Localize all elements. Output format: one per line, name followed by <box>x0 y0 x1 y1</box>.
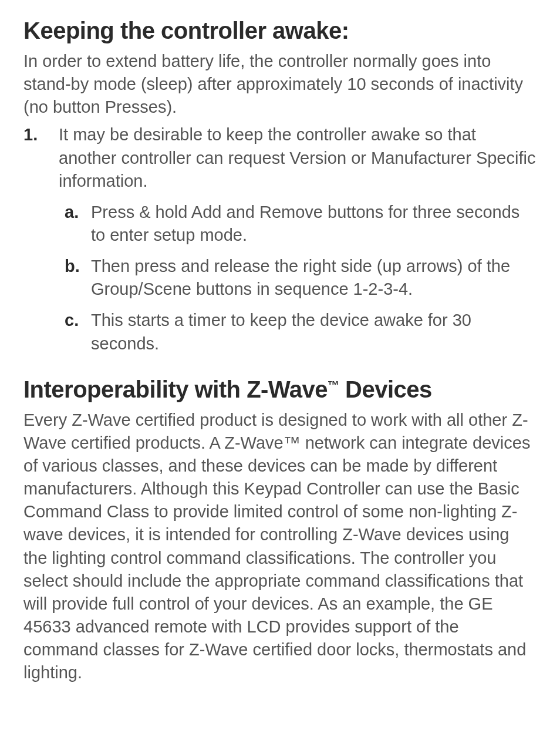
section2-heading-pre: Interoperability with Z-Wave <box>23 376 328 402</box>
section2-body: Every Z-Wave certified product is design… <box>23 409 537 685</box>
section1-main-list: It may be desirable to keep the controll… <box>23 123 537 355</box>
trademark-symbol: ™ <box>328 378 339 391</box>
section1-item1-text: It may be desirable to keep the controll… <box>59 125 535 190</box>
section1-sub-list: Press & hold Add and Remove buttons for … <box>59 201 537 355</box>
section1-item1: It may be desirable to keep the controll… <box>23 123 537 355</box>
section2-heading: Interoperability with Z-Wave™ Devices <box>23 376 537 403</box>
section2: Interoperability with Z-Wave™ Devices Ev… <box>23 376 537 685</box>
section1-sub-b: Then press and release the right side (u… <box>59 255 537 301</box>
section1-sub-c: This starts a timer to keep the device a… <box>59 309 537 355</box>
section1-sub-a: Press & hold Add and Remove buttons for … <box>59 201 537 247</box>
section2-heading-post: Devices <box>339 376 431 402</box>
section1-heading: Keeping the controller awake: <box>23 18 537 44</box>
section1-intro: In order to extend battery life, the con… <box>23 50 537 119</box>
